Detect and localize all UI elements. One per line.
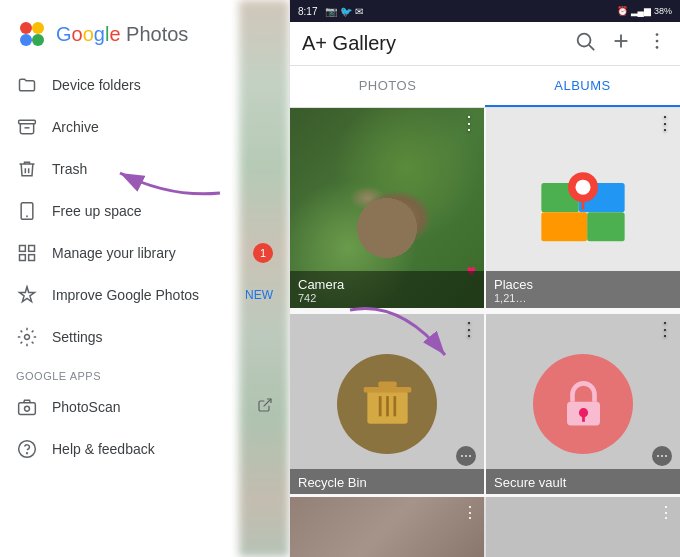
status-icons: 📷 🐦 ✉ bbox=[325, 6, 363, 17]
signal-bars: ▂▄▆ bbox=[631, 6, 651, 16]
svg-rect-35 bbox=[363, 387, 411, 393]
folder-icon bbox=[16, 74, 38, 96]
sidebar-item-free-up-space[interactable]: Free up space bbox=[0, 190, 289, 232]
new-badge: NEW bbox=[245, 288, 273, 302]
svg-point-32 bbox=[576, 180, 591, 195]
sparkle-icon bbox=[16, 284, 38, 306]
album-label-vault: Secure vault bbox=[486, 469, 680, 494]
svg-point-19 bbox=[578, 34, 591, 47]
svg-point-0 bbox=[20, 22, 32, 34]
help-icon bbox=[16, 438, 38, 460]
tab-photos[interactable]: PHOTOS bbox=[290, 66, 485, 107]
tab-bar: PHOTOS ALBUMS bbox=[290, 66, 680, 108]
archive-icon bbox=[16, 116, 38, 138]
places-map-icon bbox=[533, 158, 633, 258]
sidebar-item-archive[interactable]: Archive bbox=[0, 106, 289, 148]
bottom-cell-right: ⋮ bbox=[486, 497, 680, 557]
more-options-icon[interactable] bbox=[646, 30, 668, 57]
svg-point-24 bbox=[656, 40, 659, 43]
svg-point-17 bbox=[27, 453, 28, 454]
secure-vault-circle bbox=[533, 354, 633, 454]
svg-line-20 bbox=[589, 45, 594, 50]
svg-rect-8 bbox=[20, 246, 26, 252]
sidebar-item-settings[interactable]: Settings bbox=[0, 316, 289, 358]
album-secure-vault[interactable]: ⋮ Secure vault ⋯ bbox=[486, 314, 680, 494]
external-link-icon bbox=[257, 397, 273, 417]
lock-icon bbox=[556, 376, 611, 431]
sidebar-item-label: Help & feedback bbox=[52, 441, 273, 457]
svg-point-25 bbox=[656, 46, 659, 49]
left-panel: Google Photos Device folders Archive bbox=[0, 0, 290, 557]
right-panel-wrapper: 8:17 📷 🐦 ✉ ⏰ ▂▄▆ 38% A+ Gallery bbox=[290, 0, 680, 557]
svg-point-1 bbox=[32, 22, 44, 34]
trash-icon bbox=[16, 158, 38, 180]
overflow-indicator-2: ⋯ bbox=[652, 446, 672, 466]
album-camera[interactable]: ⋮ ♥ Camera 742 bbox=[290, 108, 484, 308]
right-panel: 8:17 📷 🐦 ✉ ⏰ ▂▄▆ 38% A+ Gallery bbox=[290, 0, 680, 557]
svg-rect-10 bbox=[20, 255, 26, 261]
svg-point-16 bbox=[19, 441, 36, 458]
more-options-icon[interactable]: ⋮ bbox=[656, 114, 674, 132]
sidebar-item-trash[interactable]: Trash bbox=[0, 148, 289, 190]
sidebar-item-label: Improve Google Photos bbox=[52, 287, 231, 303]
more-options-icon[interactable]: ⋮ bbox=[460, 114, 478, 132]
svg-point-41 bbox=[578, 408, 587, 417]
app-name: Google Photos bbox=[56, 23, 188, 46]
status-right-icons: ⏰ ▂▄▆ 38% bbox=[617, 6, 672, 16]
phone-icon bbox=[16, 200, 38, 222]
svg-point-12 bbox=[25, 335, 30, 340]
more-options-icon[interactable]: ⋮ bbox=[462, 503, 478, 522]
bottom-cell-left: ⋮ bbox=[290, 497, 484, 557]
svg-point-3 bbox=[20, 34, 32, 46]
album-label-camera: Camera 742 bbox=[290, 271, 484, 308]
album-places[interactable]: ⋮ Places 1,21… bbox=[486, 108, 680, 308]
tab-albums[interactable]: ALBUMS bbox=[485, 66, 680, 107]
sidebar-item-label: Settings bbox=[52, 329, 273, 345]
sidebar-item-manage-library[interactable]: Manage your library 1 bbox=[0, 232, 289, 274]
sidebar-item-device-folders[interactable]: Device folders bbox=[0, 64, 289, 106]
trash-bin-icon bbox=[360, 376, 415, 431]
sidebar-item-label: PhotoScan bbox=[52, 399, 243, 415]
header-action-icons bbox=[574, 30, 668, 57]
svg-rect-13 bbox=[19, 403, 36, 415]
svg-rect-4 bbox=[19, 120, 36, 123]
more-options-icon[interactable]: ⋮ bbox=[656, 320, 674, 338]
notification-badge: 1 bbox=[253, 243, 273, 263]
google-photos-logo-icon bbox=[16, 18, 48, 50]
camera-icon bbox=[16, 396, 38, 418]
album-recycle-bin[interactable]: ⋮ Recycle Bin ⋯ bbox=[290, 314, 484, 494]
more-options-icon[interactable]: ⋮ bbox=[658, 503, 674, 522]
time-display: 8:17 bbox=[298, 6, 317, 17]
svg-point-23 bbox=[656, 33, 659, 36]
app-header: A+ Gallery bbox=[290, 22, 680, 66]
status-time: 8:17 📷 🐦 ✉ bbox=[298, 6, 363, 17]
app-title: A+ Gallery bbox=[302, 32, 396, 55]
sidebar-item-help[interactable]: Help & feedback bbox=[0, 428, 289, 470]
library-icon bbox=[16, 242, 38, 264]
svg-rect-39 bbox=[378, 382, 396, 388]
album-label-places: Places 1,21… bbox=[486, 271, 680, 308]
search-icon[interactable] bbox=[574, 30, 596, 57]
svg-line-15 bbox=[264, 399, 271, 406]
svg-rect-9 bbox=[29, 246, 35, 252]
bottom-partial-row: ⋮ ⋮ bbox=[290, 497, 680, 557]
recycle-bin-circle bbox=[337, 354, 437, 454]
svg-point-2 bbox=[32, 34, 44, 46]
sidebar-item-label: Trash bbox=[52, 161, 273, 177]
battery-level: 38% bbox=[654, 6, 672, 16]
sidebar-item-label: Manage your library bbox=[52, 245, 239, 261]
overflow-indicator: ⋯ bbox=[456, 446, 476, 466]
svg-rect-30 bbox=[587, 212, 625, 241]
add-icon[interactable] bbox=[610, 30, 632, 57]
sidebar-item-photoscan[interactable]: PhotoScan bbox=[0, 386, 289, 428]
sidebar-item-label: Device folders bbox=[52, 77, 273, 93]
status-bar: 8:17 📷 🐦 ✉ ⏰ ▂▄▆ 38% bbox=[290, 0, 680, 22]
alarm-icon: ⏰ bbox=[617, 6, 628, 16]
more-options-icon[interactable]: ⋮ bbox=[460, 320, 478, 338]
svg-rect-29 bbox=[541, 212, 587, 241]
album-label-recycle: Recycle Bin bbox=[290, 469, 484, 494]
svg-point-14 bbox=[25, 406, 30, 411]
svg-rect-11 bbox=[29, 255, 35, 261]
sidebar-item-improve-photos[interactable]: Improve Google Photos NEW bbox=[0, 274, 289, 316]
sidebar-item-label: Free up space bbox=[52, 203, 273, 219]
